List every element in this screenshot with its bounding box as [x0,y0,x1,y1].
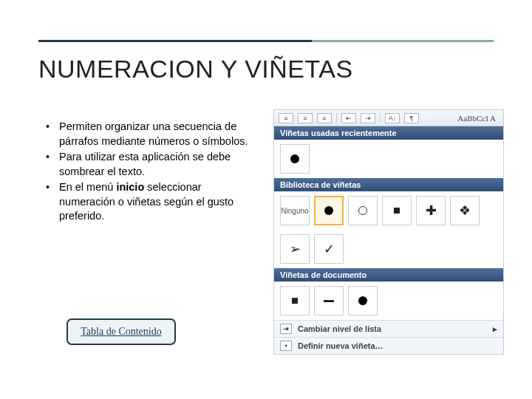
chevron-right-icon: ▸ [493,324,497,334]
list-item: Para utilizar esta aplicación se debe so… [46,150,260,179]
bullet-tile-dash[interactable] [314,286,344,316]
define-new-bullet[interactable]: • Definir nueva viñeta… [274,337,503,354]
disc-icon [358,296,367,305]
bullets-dropdown: ≡ ≡ ≡ ⇤ ⇥ A↓ ¶ AaBbCcI A Viñetas usadas … [273,109,504,355]
bullet-tile-cross[interactable]: ✚ [416,196,446,225]
bullet-list: Permiten organizar una secuencia de párr… [46,120,260,224]
separator [380,113,381,123]
square-icon [292,298,298,304]
bullet-edit-icon: • [280,341,292,351]
bullet-tile-disc[interactable] [348,286,378,316]
change-list-level[interactable]: ⇥ Cambiar nivel de lista ▸ [274,320,503,337]
document-row [274,282,503,320]
page-title: NUMERACION Y VIÑETAS [38,55,353,83]
bullet-tile-circle[interactable] [348,196,378,225]
numbering-ribbon-icon[interactable]: ≡ [298,113,313,123]
disc-icon [324,206,333,215]
disc-icon [290,154,299,163]
dash-icon [324,300,334,302]
circle-icon [358,206,367,215]
recent-row [274,140,503,178]
library-row-1: Ninguno ✚ ❖ [274,191,503,230]
list-item: En el menú inicio seleccionar numeración… [46,180,260,224]
bullet-tile-disc[interactable] [280,144,310,174]
bullet-tile-check[interactable]: ✓ [314,234,344,264]
change-level-label: Cambiar nivel de lista [298,324,381,333]
style-sample-text: AaBbCcI A [457,114,499,123]
toc-button-label: Tabla de Contenido [81,326,161,338]
bullet-tile-arrow[interactable]: ➢ [280,234,310,264]
multilevel-ribbon-icon[interactable]: ≡ [317,113,332,123]
body-text: Permiten organizar una secuencia de párr… [46,120,260,225]
indent-icon: ⇥ [280,324,292,334]
bullet-tile-disc[interactable] [314,196,344,225]
section-header-library: Biblioteca de viñetas [274,178,503,191]
bullet-tile-clover[interactable]: ❖ [450,196,480,225]
text-bold: inicio [116,181,144,193]
text-fragment: En el menú [59,181,116,193]
library-row-2: ➢ ✓ [274,230,503,268]
sort-ribbon-icon[interactable]: A↓ [385,113,400,123]
separator [336,113,337,123]
section-header-recent: Viñetas usadas recientemente [274,126,503,140]
square-icon [394,208,400,214]
none-label: Ninguno [281,207,308,215]
indent-ribbon-icon[interactable]: ⇥ [361,113,375,123]
bullets-ribbon-icon[interactable]: ≡ [279,113,293,123]
pilcrow-ribbon-icon[interactable]: ¶ [404,113,419,123]
bullet-tile-none[interactable]: Ninguno [280,196,310,225]
list-item: Permiten organizar una secuencia de párr… [46,120,260,149]
outdent-ribbon-icon[interactable]: ⇤ [341,113,356,123]
bullet-tile-square[interactable] [382,196,412,225]
define-new-label: Definir nueva viñeta… [298,341,383,350]
ribbon-strip: ≡ ≡ ≡ ⇤ ⇥ A↓ ¶ AaBbCcI A [274,110,503,126]
section-header-document: Viñetas de documento [274,268,503,282]
toc-button[interactable]: Tabla de Contenido [66,318,176,345]
bullet-tile-square[interactable] [280,286,310,316]
header-divider [38,40,494,42]
